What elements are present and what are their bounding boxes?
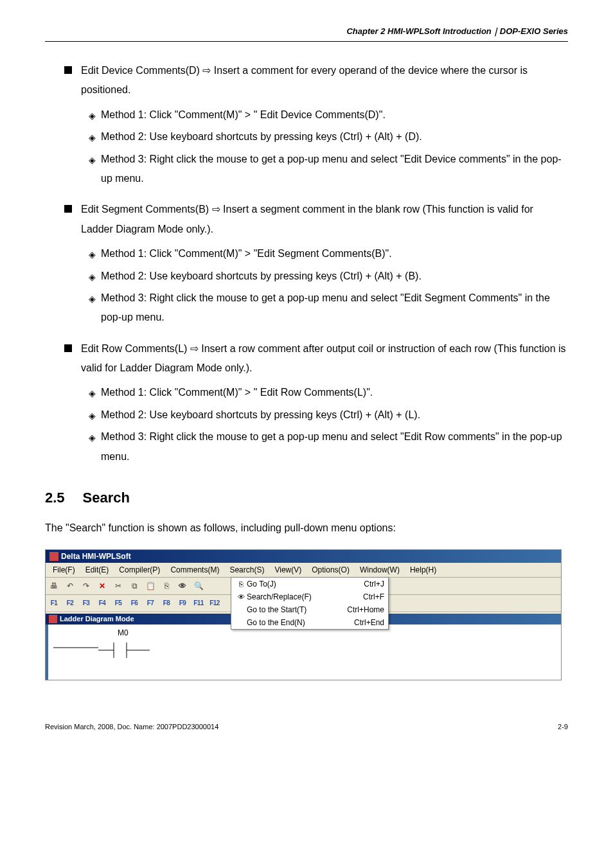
section-edit-device: Edit Device Comments(D) ⇨ Insert a comme… xyxy=(64,61,568,188)
binoculars-icon: 👁 xyxy=(235,593,247,601)
sub-item-text: Method 1: Click "Comment(M)" > "Edit Seg… xyxy=(101,244,568,263)
child-window-icon xyxy=(49,615,57,623)
heading-number: 2.5 xyxy=(45,490,65,506)
zoom-icon[interactable]: 🔍 xyxy=(193,580,204,592)
diamond-icon: ◈ xyxy=(89,429,96,466)
diamond-icon: ◈ xyxy=(89,107,96,125)
diamond-icon: ◈ xyxy=(89,246,96,263)
f6-icon[interactable]: F6 xyxy=(129,598,140,609)
square-bullet-icon xyxy=(64,344,72,352)
f8-icon[interactable]: F8 xyxy=(161,598,172,609)
section-edit-segment: Edit Segment Comments(B) ⇨ Insert a segm… xyxy=(64,200,568,327)
section-head-text: Edit Device Comments(D) ⇨ Insert a comme… xyxy=(81,61,568,100)
page-footer: Revision March, 2008, Doc. Name: 2007PDD… xyxy=(45,719,568,731)
f11-icon[interactable]: F11 xyxy=(193,598,204,609)
menu-edit[interactable]: Edit(E) xyxy=(81,564,114,576)
copy-icon[interactable]: ⧉ xyxy=(129,580,140,592)
sub-item-text: Method 2: Use keyboard shortcuts by pres… xyxy=(101,127,568,146)
footer-right: 2-9 xyxy=(558,723,568,731)
diamond-icon: ◈ xyxy=(89,385,96,402)
footer-left: Revision March, 2008, Doc. Name: 2007PDD… xyxy=(45,723,218,731)
dropdown-search-replace[interactable]: 👁 Search/Replace(F) Ctrl+F xyxy=(231,590,388,603)
diamond-icon: ◈ xyxy=(89,129,96,146)
f3-icon[interactable]: F3 xyxy=(80,598,92,609)
diamond-icon: ◈ xyxy=(89,269,96,286)
section-head-text: Edit Segment Comments(B) ⇨ Insert a segm… xyxy=(81,200,568,239)
dropdown-goto[interactable]: ⎘ Go To(J) Ctrl+J xyxy=(231,578,388,590)
intro-paragraph: The "Search" function is shown as follow… xyxy=(45,519,568,538)
sub-item-text: Method 3: Right click the mouse to get a… xyxy=(101,427,568,466)
f7-icon[interactable]: F7 xyxy=(145,598,156,609)
sub-item-text: Method 1: Click "Comment(M)" > " Edit Ro… xyxy=(101,383,568,402)
ladder-canvas[interactable]: M0 xyxy=(46,624,561,680)
dropdown-goto-start[interactable]: Go to the Start(T) Ctrl+Home xyxy=(231,603,388,616)
child-window-title: Ladder Diagram Mode xyxy=(60,615,134,623)
paste-icon[interactable]: 📋 xyxy=(145,580,156,592)
sub-item-text: Method 3: Right click the mouse to get a… xyxy=(101,150,568,189)
f12-icon[interactable]: F12 xyxy=(209,598,220,609)
f2-icon[interactable]: F2 xyxy=(64,598,76,609)
goto-icon[interactable]: ⎘ xyxy=(161,580,172,592)
diamond-icon: ◈ xyxy=(89,407,96,425)
contact-icon xyxy=(98,639,150,658)
print-icon[interactable]: 🖶 xyxy=(48,580,60,592)
sub-item-text: Method 1: Click "Comment(M)" > " Edit De… xyxy=(101,105,568,125)
rung-wire-icon xyxy=(53,637,98,654)
section-head-text: Edit Row Comments(L) ⇨ Insert a row comm… xyxy=(81,339,568,378)
sub-item-text: Method 2: Use keyboard shortcuts by pres… xyxy=(101,405,568,425)
delete-icon[interactable]: ✕ xyxy=(96,580,108,592)
menu-search[interactable]: Search(S) xyxy=(225,564,269,576)
dropdown-shortcut: Ctrl+F xyxy=(338,592,384,601)
dropdown-label: Go to the End(N) xyxy=(247,618,338,627)
diamond-icon: ◈ xyxy=(89,290,96,328)
section-edit-row: Edit Row Comments(L) ⇨ Insert a row comm… xyxy=(64,339,568,466)
titlebar: Delta HMI-WPLSoft xyxy=(46,550,561,563)
app-title: Delta HMI-WPLSoft xyxy=(61,552,131,561)
menu-comments[interactable]: Comments(M) xyxy=(166,564,224,576)
f5-icon[interactable]: F5 xyxy=(112,598,124,609)
square-bullet-icon xyxy=(64,66,72,74)
ladder-contact-label: M0 xyxy=(118,628,129,637)
redo-icon[interactable]: ↷ xyxy=(80,580,92,592)
sub-item-text: Method 2: Use keyboard shortcuts by pres… xyxy=(101,267,568,286)
dropdown-shortcut: Ctrl+J xyxy=(338,580,384,589)
menu-file[interactable]: File(F) xyxy=(48,564,80,576)
heading-title: Search xyxy=(83,490,130,506)
app-icon xyxy=(49,552,58,561)
dropdown-label: Go to the Start(T) xyxy=(247,605,338,614)
f1-icon[interactable]: F1 xyxy=(48,598,60,609)
heading-search: 2.5Search xyxy=(45,490,568,506)
search-dropdown: ⎘ Go To(J) Ctrl+J 👁 Search/Replace(F) Ct… xyxy=(231,577,389,630)
goto-icon: ⎘ xyxy=(235,580,247,588)
f9-icon[interactable]: F9 xyxy=(177,598,188,609)
menu-help[interactable]: Help(H) xyxy=(405,564,441,576)
menu-options[interactable]: Options(O) xyxy=(307,564,354,576)
cut-icon[interactable]: ✂ xyxy=(112,580,124,592)
sub-item-text: Method 3: Right click the mouse to get a… xyxy=(101,288,568,328)
menu-compiler[interactable]: Compiler(P) xyxy=(114,564,164,576)
dropdown-shortcut: Ctrl+Home xyxy=(338,605,384,614)
page-header: Chapter 2 HMI-WPLSoft Introduction｜DOP-E… xyxy=(45,26,568,42)
dropdown-shortcut: Ctrl+End xyxy=(338,618,384,627)
menubar: File(F) Edit(E) Compiler(P) Comments(M) … xyxy=(46,563,561,578)
dropdown-label: Go To(J) xyxy=(247,580,338,589)
f4-icon[interactable]: F4 xyxy=(96,598,108,609)
binoculars-icon[interactable]: 👁 xyxy=(177,580,188,592)
square-bullet-icon xyxy=(64,205,72,213)
app-screenshot: Delta HMI-WPLSoft File(F) Edit(E) Compil… xyxy=(45,549,562,680)
dropdown-label: Search/Replace(F) xyxy=(247,592,338,601)
menu-view[interactable]: View(V) xyxy=(270,564,306,576)
dropdown-goto-end[interactable]: Go to the End(N) Ctrl+End xyxy=(231,616,388,629)
diamond-icon: ◈ xyxy=(89,152,96,189)
menu-window[interactable]: Window(W) xyxy=(355,564,404,576)
undo-icon[interactable]: ↶ xyxy=(64,580,76,592)
